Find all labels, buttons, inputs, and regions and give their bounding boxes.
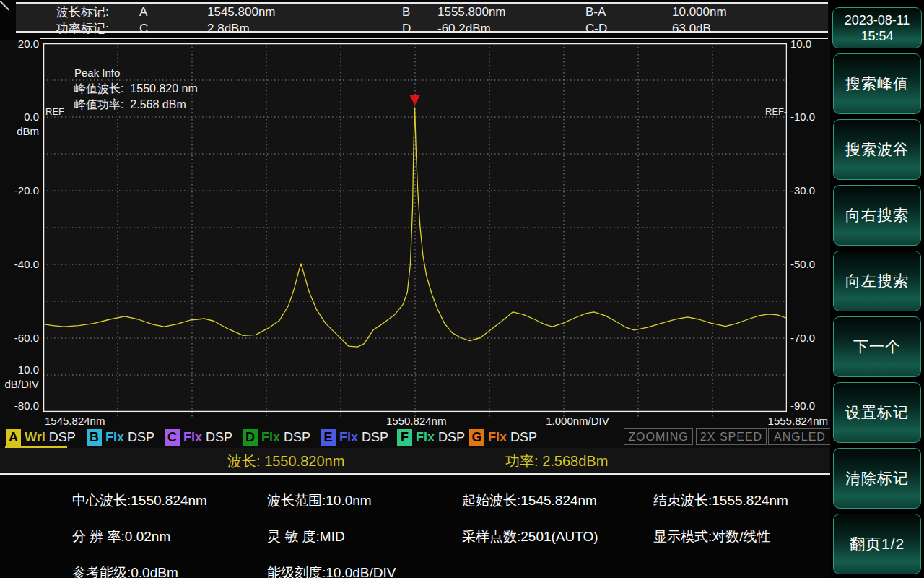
trace-g-badge: G: [469, 429, 484, 446]
trace-d-dsp: DSP: [284, 430, 310, 445]
power-markers-label: 功率标记:: [56, 20, 139, 37]
y-tick-left: 0.0: [4, 111, 39, 123]
marker-d-value: -60.2dBm: [437, 22, 585, 36]
status-2x-speed: 2X SPEED: [696, 428, 767, 445]
trace-e-dsp: DSP: [362, 430, 388, 445]
marker-a-letter: A: [139, 5, 207, 20]
trace-g-mode: Fix: [488, 430, 507, 445]
readout-power: 功率: 2.568dBm: [505, 452, 608, 471]
settings-panel: 中心波长:1550.824nm 波长范围:10.0nm 起始波长:1545.82…: [0, 477, 830, 578]
y-axis-unit: dBm: [4, 126, 39, 137]
peak-info-title: Peak Info: [74, 65, 198, 81]
peak-power-row: 峰值功率: 2.568 dBm: [74, 97, 198, 113]
y-scale-unit: dB/DIV: [4, 379, 39, 390]
x-div-label: 1.000nm/DIV: [540, 415, 615, 427]
trace-selector-a[interactable]: A Wri DSP: [6, 428, 76, 446]
marker-b-value: 1555.800nm: [437, 5, 585, 20]
ref-marker-left: REF: [45, 106, 64, 117]
trace-selector-b[interactable]: B Fix DSP: [87, 428, 154, 446]
date-text: 2023-08-11: [845, 12, 910, 28]
time-text: 15:54: [860, 28, 893, 44]
trace-c-badge: C: [165, 429, 180, 446]
setting-level-scale: 能级刻度:10.0dB/DIV: [267, 564, 462, 578]
y-tick-right: -70.0: [790, 332, 815, 344]
trace-c-dsp: DSP: [206, 430, 232, 445]
trace-a-dsp: DSP: [49, 430, 76, 445]
setting-center-wavelength: 中心波长:1550.824nm: [72, 491, 267, 510]
readout-wavelength-value: 1550.820nm: [264, 453, 344, 469]
y-tick-left: -60.0: [4, 332, 39, 344]
x-tick-end: 1555.824nm: [763, 415, 828, 427]
readout-power-label: 功率:: [505, 453, 539, 469]
trace-g-dsp: DSP: [510, 430, 537, 445]
x-tick-start: 1545.824nm: [45, 415, 105, 427]
trace-f-badge: F: [397, 429, 412, 446]
corner-mark: [0, 1, 9, 10]
trace-selector-d[interactable]: D Fix DSP: [243, 428, 310, 446]
trace-a-mode: Wri: [25, 430, 45, 445]
clear-marker-button[interactable]: 清除标记: [833, 448, 921, 509]
marker-cd-letter: C-D: [585, 22, 672, 36]
chart-region: 20.0 0.0 dBm -20.0 -40.0 -60.0 10.0 dB/D…: [0, 40, 830, 473]
marker-d-letter: D: [402, 22, 437, 36]
y-tick-left: -80.0: [4, 400, 39, 412]
readout-wavelength-label: 波长:: [227, 453, 261, 469]
peak-info-box: Peak Info 峰值波长: 1550.820 nm 峰值功率: 2.568 …: [74, 65, 198, 113]
readout-power-value: 2.568dBm: [542, 453, 608, 469]
marker-a-value: 1545.800nm: [207, 5, 402, 20]
set-marker-button[interactable]: 设置标记: [833, 382, 921, 443]
ref-marker-right: REF-: [765, 106, 787, 117]
marker-readout-bar: 波长: 1550.820nm 功率: 2.568dBm: [0, 448, 830, 472]
search-right-button[interactable]: 向右搜索: [833, 185, 921, 246]
peak-wavelength-label: 峰值波长:: [74, 82, 123, 95]
datetime-button[interactable]: 2023-08-11 15:54: [832, 7, 922, 48]
search-peak-button[interactable]: 搜索峰值: [833, 53, 921, 114]
marker-header-bar: 波长标记: A 1545.800nm B 1555.800nm B-A 10.0…: [16, 2, 828, 33]
y-tick-left: -40.0: [4, 259, 39, 270]
osa-screen: 波长标记: A 1545.800nm B 1555.800nm B-A 10.0…: [0, 0, 924, 578]
peak-power-label: 峰值功率:: [74, 98, 123, 111]
trace-d-mode: Fix: [261, 430, 280, 445]
marker-ba-value: 10.000nm: [672, 5, 828, 20]
trace-a-badge: A: [6, 429, 21, 446]
setting-display-mode: 显示模式:对数/线性: [653, 527, 830, 546]
status-zooming: ZOOMING: [624, 428, 693, 445]
search-valley-button[interactable]: 搜索波谷: [833, 119, 921, 180]
trace-d-badge: D: [243, 429, 258, 446]
readout-divider: [0, 473, 830, 475]
marker-cd-value: 63.0dB: [672, 22, 828, 36]
search-left-button[interactable]: 向左搜索: [833, 251, 921, 311]
y-tick-right: -10.0: [790, 111, 815, 123]
readout-wavelength: 波长: 1550.820nm: [227, 452, 344, 471]
y-tick-right: 10.0: [790, 38, 811, 50]
y-tick-right: -90.0: [790, 400, 815, 412]
trace-selector-e[interactable]: E Fix DSP: [321, 428, 388, 446]
trace-b-badge: B: [87, 429, 102, 446]
x-tick-center: 1550.824nm: [386, 415, 445, 427]
setting-span: 波长范围:10.0nm: [267, 491, 462, 510]
peak-wavelength-value: 1550.820 nm: [130, 82, 197, 95]
marker-b-letter: B: [402, 5, 437, 20]
setting-resolution: 分 辨 率:0.02nm: [72, 527, 267, 546]
trace-selector-c[interactable]: C Fix DSP: [165, 428, 232, 446]
header-divider: [40, 38, 828, 39]
trace-b-mode: Fix: [105, 430, 124, 445]
peak-power-value: 2.568 dBm: [130, 98, 186, 111]
next-button[interactable]: 下一个: [833, 316, 921, 377]
trace-c-mode: Fix: [183, 430, 202, 445]
marker-ba-letter: B-A: [585, 5, 672, 20]
y-tick-right: -30.0: [790, 185, 815, 197]
wavelength-markers-label: 波长标记:: [56, 4, 139, 20]
status-angled: ANGLED: [768, 428, 832, 445]
peak-wavelength-row: 峰值波长: 1550.820 nm: [74, 81, 198, 97]
trace-f-dsp: DSP: [438, 430, 465, 445]
y-tick-right: -50.0: [790, 259, 815, 270]
page-toggle-button[interactable]: 翻页1/2: [833, 514, 921, 574]
trace-selector-g[interactable]: G Fix DSP: [469, 428, 537, 446]
trace-b-dsp: DSP: [128, 430, 154, 445]
setting-sensitivity: 灵 敏 度:MID: [267, 527, 462, 546]
y-tick-left: -20.0: [4, 185, 39, 197]
trace-selector-f[interactable]: F Fix DSP: [397, 428, 465, 446]
setting-sample-points: 采样点数:2501(AUTO): [462, 527, 653, 546]
trace-e-mode: Fix: [339, 430, 358, 445]
